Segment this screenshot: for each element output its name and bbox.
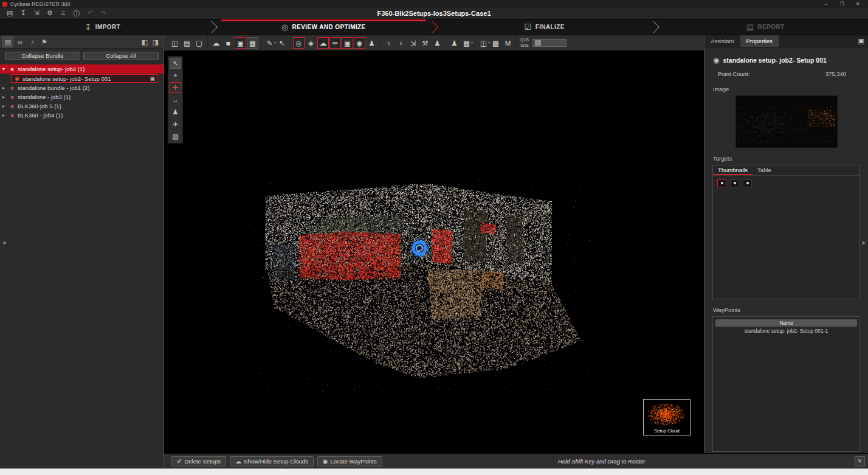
collapse-bundle-button[interactable]: Collapse Bundle — [5, 52, 80, 60]
caret-down-icon[interactable]: ▾ — [2, 66, 9, 72]
tree-item-setup-001[interactable]: ◉ standalone setup- job2- Setup 001 ▣ — [11, 74, 157, 83]
locate-waypoints-button[interactable]: ◉ Locate WayPoints — [317, 456, 382, 466]
sketch-cloud-icon[interactable]: ☁ — [317, 37, 329, 49]
bundle-icon: ■ — [9, 94, 16, 100]
measure-tool-icon[interactable]: ✎▾ — [264, 37, 275, 49]
delete-setups-button[interactable]: ✐ Delete Setups — [171, 456, 226, 466]
collapse-left-panel-handle[interactable]: ◄ — [1, 240, 7, 246]
project-explorer-tab-icon[interactable]: ▤ — [2, 36, 13, 47]
fly-mode-icon[interactable]: ✈ — [170, 119, 181, 130]
target-thumbnail[interactable] — [717, 179, 726, 187]
redo-icon[interactable]: ↷ — [98, 9, 108, 18]
tree-item-standalone-bundle-job1[interactable]: ▸ ■ standalone bundle - job1 (2) — [0, 83, 164, 92]
waypoint-pin-icon: ◉ — [323, 458, 328, 465]
setup-cloud-thumbnail[interactable] — [644, 400, 690, 428]
tab-thumbnails[interactable]: Thumbnails — [713, 165, 753, 175]
workflow-step-report[interactable]: ▤ REPORT — [663, 19, 868, 35]
cloud-map-toggle-icon[interactable]: ▣ — [235, 37, 246, 49]
panel-layout-icon[interactable]: ▣ — [858, 37, 864, 45]
pano-image-toggle-icon[interactable]: ▦ — [247, 37, 258, 49]
caret-right-icon[interactable]: ▸ — [2, 94, 9, 100]
zoom-region-icon[interactable]: ▢ — [193, 37, 205, 49]
add-image-icon[interactable]: ▣ — [342, 37, 353, 49]
pano-view-icon[interactable]: ♁ — [383, 37, 394, 49]
tab-properties[interactable]: Properties — [740, 35, 779, 47]
solid-view-icon[interactable]: ■ — [222, 37, 234, 49]
draw-tool-icon[interactable]: ✏ — [329, 37, 341, 49]
links-tab-icon[interactable]: ∞ — [15, 36, 26, 47]
target-thumbnail[interactable] — [730, 179, 739, 187]
caret-right-icon[interactable]: ▸ — [2, 103, 9, 109]
expand-view-icon[interactable]: ⇲ — [407, 37, 419, 49]
waypoint-row[interactable]: standalone setup- job2- Setup 001-1 — [713, 327, 859, 335]
close-view-button[interactable]: ✕ — [855, 456, 865, 466]
workflow-step-review-and-optimize[interactable]: ◎ REVIEW AND OPTIMIZE — [221, 19, 427, 35]
waypoints-box: Name standalone setup- job2- Setup 001-1 — [712, 316, 860, 452]
collapse-all-button[interactable]: Collapse All — [83, 52, 159, 60]
tree-item-standalone-job3[interactable]: ▸ ■ standalone - job3 (1) — [0, 92, 164, 102]
collapse-right-panel-handle[interactable]: ► — [861, 240, 867, 246]
point-cloud-canvas[interactable] — [164, 51, 704, 453]
import-data-icon[interactable]: ⇲ — [32, 9, 41, 18]
report-list-icon[interactable]: ≡ — [58, 9, 68, 18]
tab-assistant[interactable]: Assistant — [704, 35, 740, 47]
waypoints-table-header: Name — [715, 319, 857, 327]
workflow-step-label: IMPORT — [95, 24, 120, 30]
adjust-tools-icon[interactable]: ⚒ — [419, 37, 431, 49]
tree-item-blk360-job5[interactable]: ▸ ■ BLK360-job 5 (1) — [0, 102, 164, 111]
people-icon[interactable]: ♟ — [449, 37, 460, 49]
qlb-size-slider[interactable] — [532, 39, 567, 47]
point-cloud-visibility-icon[interactable]: ☁ — [210, 37, 222, 49]
tree-item-blk360-job4[interactable]: ▸ ■ BLK360 - job4 (1) — [0, 111, 164, 120]
link-views-icon[interactable]: ▩ — [490, 37, 501, 49]
point-cloud-view[interactable]: ↖⌖✛↔♟✈▧ Setup Cloud — [164, 51, 704, 453]
caret-right-icon[interactable]: ▸ — [2, 85, 9, 91]
survey-person-icon[interactable]: ♟ — [432, 37, 443, 49]
window-layout-icon[interactable]: ◫▾ — [478, 37, 489, 49]
maximize-button[interactable]: ❐ — [834, 1, 850, 7]
select-tool-icon[interactable]: ↖ — [170, 58, 181, 69]
settings-icon[interactable]: ⚙ — [45, 9, 55, 18]
tree-item-standalone-setup-job2[interactable]: ▾ ■ standalone setup- job2 (1) — [0, 64, 164, 74]
tags-tab-icon[interactable]: ⚑ — [39, 36, 50, 47]
pencil-icon: ✐ — [177, 458, 182, 465]
pano-edit-icon[interactable]: ♁ — [395, 37, 407, 49]
tab-table[interactable]: Table — [753, 165, 776, 175]
close-button[interactable]: ✕ — [850, 1, 866, 7]
undo-icon[interactable]: ↶ — [85, 9, 95, 18]
pan-tool-icon[interactable]: ✛ — [170, 82, 181, 93]
setup-image-thumbnail[interactable] — [735, 95, 838, 148]
workflow-step-import[interactable]: ↧ IMPORT — [0, 19, 205, 35]
report-step-icon: ▤ — [746, 23, 754, 32]
add-label-icon[interactable]: ◈ — [305, 37, 317, 49]
collapse-panel-icon[interactable]: ◨ — [150, 36, 161, 47]
save-project-icon[interactable]: ↧ — [18, 9, 28, 18]
add-waypoint-icon[interactable]: ◉ — [354, 37, 365, 49]
info-icon[interactable]: ⓘ — [72, 9, 81, 18]
walk-mode-icon[interactable]: ♟ — [170, 106, 181, 117]
import-step-icon: ↧ — [84, 23, 91, 32]
target-thumbnail[interactable] — [743, 179, 752, 187]
layers-icon[interactable]: ▤ — [181, 37, 193, 49]
fit-extents-icon[interactable]: ↔ — [170, 94, 181, 105]
auto-m-icon[interactable]: M — [502, 37, 514, 49]
cube-view-icon[interactable]: ▧ — [170, 131, 181, 142]
gps-tab-icon[interactable]: ♁ — [27, 36, 38, 47]
minimize-button[interactable]: – — [818, 1, 834, 7]
expand-panel-icon[interactable]: ◧ — [139, 36, 150, 47]
project-tree: ▾ ■ standalone setup- job2 (1) ◉ standal… — [0, 64, 164, 120]
pick-arrow-icon[interactable]: ↖ — [276, 37, 288, 49]
app-title: Cyclone REGISTER 360 — [10, 1, 71, 7]
workflow-step-finalize[interactable]: ☑ FINALIZE — [442, 19, 647, 35]
slider-handle[interactable] — [535, 40, 541, 46]
pick-point-tool-icon[interactable]: ⌖ — [170, 70, 181, 81]
caret-right-icon[interactable]: ▸ — [2, 113, 9, 118]
table-layout-icon[interactable]: ▦▾ — [461, 37, 472, 49]
person-waypoint-icon[interactable]: ♟ — [366, 37, 377, 49]
open-project-icon[interactable]: ▤ — [5, 9, 15, 18]
setup-cloud-minimap[interactable]: Setup Cloud — [643, 399, 691, 435]
show-hide-setup-clouds-button[interactable]: ☁ Show/Hide Setup Clouds — [230, 456, 314, 466]
duplicate-view-icon[interactable]: ◫ — [169, 37, 181, 49]
add-target-icon[interactable]: ◎ — [293, 37, 305, 49]
button-label: Delete Setups — [184, 458, 221, 465]
